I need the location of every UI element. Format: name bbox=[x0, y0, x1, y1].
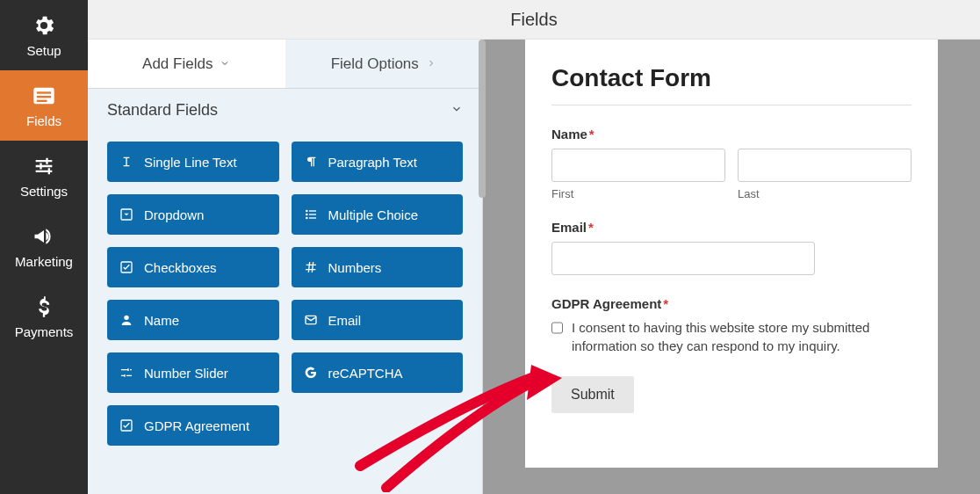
gdpr-label: GDPR Agreement* bbox=[551, 296, 912, 311]
form-preview-area: Contact Form Name* First Last Email* bbox=[483, 40, 980, 494]
field-number-slider[interactable]: Number Slider bbox=[107, 352, 279, 393]
svg-rect-8 bbox=[309, 214, 316, 214]
nav-payments[interactable]: Payments bbox=[0, 281, 88, 352]
bullhorn-icon bbox=[32, 224, 56, 249]
hash-icon bbox=[304, 260, 318, 274]
sliders-icon bbox=[32, 154, 56, 178]
tab-field-options[interactable]: Field Options bbox=[285, 40, 483, 88]
nav-marketing[interactable]: Marketing bbox=[0, 211, 88, 281]
field-label: Number Slider bbox=[144, 366, 228, 381]
svg-point-7 bbox=[306, 214, 308, 216]
list-ul-icon bbox=[304, 207, 318, 222]
field-label: Dropdown bbox=[144, 207, 204, 222]
field-email[interactable]: Email bbox=[292, 300, 464, 340]
panel-scrollbar[interactable] bbox=[479, 40, 486, 198]
nav-label: Settings bbox=[20, 184, 68, 199]
nav-label: Marketing bbox=[15, 254, 73, 269]
caret-down-sq-icon bbox=[119, 207, 133, 222]
field-label: GDPR Agreement bbox=[144, 418, 249, 433]
fields-panel: Add Fields Field Options Standard Fields bbox=[88, 40, 483, 494]
divider bbox=[551, 105, 912, 105]
sliders-h-icon bbox=[119, 366, 133, 380]
form-title: Contact Form bbox=[551, 64, 912, 92]
svg-rect-2 bbox=[37, 96, 51, 98]
gear-icon bbox=[32, 13, 56, 38]
last-name-input[interactable] bbox=[738, 149, 912, 182]
first-name-sublabel: First bbox=[551, 187, 725, 200]
svg-point-12 bbox=[124, 316, 128, 320]
field-multiple-choice[interactable]: Multiple Choice bbox=[292, 194, 464, 235]
paragraph-icon bbox=[304, 155, 318, 169]
fields-grid: Single Line Text Paragraph Text Dropdown… bbox=[88, 131, 482, 472]
svg-rect-3 bbox=[37, 99, 47, 101]
chevron-right-icon bbox=[426, 55, 436, 73]
group-header-standard-fields[interactable]: Standard Fields bbox=[88, 89, 482, 131]
required-marker: * bbox=[589, 127, 594, 142]
field-recaptcha[interactable]: reCAPTCHA bbox=[292, 352, 464, 393]
field-label: Checkboxes bbox=[144, 260, 217, 275]
tab-label: Add Fields bbox=[142, 55, 213, 73]
text-cursor-icon bbox=[119, 155, 133, 169]
submit-button[interactable]: Submit bbox=[551, 376, 634, 413]
field-single-line-text[interactable]: Single Line Text bbox=[107, 142, 279, 182]
user-icon bbox=[119, 313, 133, 327]
group-title: Standard Fields bbox=[107, 101, 218, 120]
required-marker: * bbox=[588, 220, 594, 235]
chevron-down-icon bbox=[220, 55, 230, 73]
field-label: Multiple Choice bbox=[328, 207, 419, 222]
form-preview: Contact Form Name* First Last Email* bbox=[525, 40, 938, 468]
field-label: Single Line Text bbox=[144, 155, 237, 170]
field-paragraph-text[interactable]: Paragraph Text bbox=[292, 142, 464, 182]
field-label: reCAPTCHA bbox=[328, 366, 403, 381]
field-label: Name bbox=[144, 313, 179, 328]
svg-rect-1 bbox=[37, 91, 51, 93]
name-label: Name* bbox=[551, 127, 912, 142]
field-numbers[interactable]: Numbers bbox=[292, 247, 464, 287]
check-square-icon bbox=[119, 418, 133, 432]
list-icon bbox=[32, 84, 56, 108]
field-label: Email bbox=[328, 313, 362, 328]
field-checkboxes[interactable]: Checkboxes bbox=[107, 247, 279, 287]
required-marker: * bbox=[663, 296, 668, 311]
field-dropdown[interactable]: Dropdown bbox=[107, 194, 279, 235]
gdpr-consent-text: I consent to having this website store m… bbox=[572, 318, 912, 355]
nav-settings[interactable]: Settings bbox=[0, 141, 88, 211]
field-label: Paragraph Text bbox=[328, 155, 417, 170]
nav-fields[interactable]: Fields bbox=[0, 70, 88, 141]
nav-label: Payments bbox=[15, 324, 74, 339]
svg-rect-10 bbox=[309, 217, 316, 218]
tab-add-fields[interactable]: Add Fields bbox=[88, 40, 285, 88]
svg-rect-6 bbox=[309, 210, 316, 211]
check-square-icon bbox=[119, 260, 133, 274]
first-name-input[interactable] bbox=[551, 149, 725, 182]
nav-setup[interactable]: Setup bbox=[0, 0, 88, 70]
last-name-sublabel: Last bbox=[738, 187, 912, 200]
google-icon bbox=[304, 366, 318, 380]
sidebar: Setup Fields Settings Marketing Payments bbox=[0, 0, 88, 494]
email-label: Email* bbox=[551, 220, 912, 235]
envelope-icon bbox=[304, 313, 318, 327]
field-label: Numbers bbox=[328, 260, 382, 275]
gdpr-checkbox[interactable] bbox=[551, 320, 563, 336]
tab-label: Field Options bbox=[331, 55, 419, 73]
nav-label: Setup bbox=[26, 43, 61, 58]
chevron-down-icon bbox=[450, 101, 463, 120]
page-title: Fields bbox=[510, 10, 557, 30]
email-input[interactable] bbox=[551, 242, 815, 275]
field-gdpr-agreement[interactable]: GDPR Agreement bbox=[107, 405, 279, 446]
svg-point-9 bbox=[306, 217, 308, 220]
topbar: Fields bbox=[88, 0, 980, 40]
field-name[interactable]: Name bbox=[107, 300, 279, 340]
dollar-icon bbox=[32, 294, 56, 319]
nav-label: Fields bbox=[26, 113, 61, 128]
svg-point-5 bbox=[306, 210, 308, 213]
